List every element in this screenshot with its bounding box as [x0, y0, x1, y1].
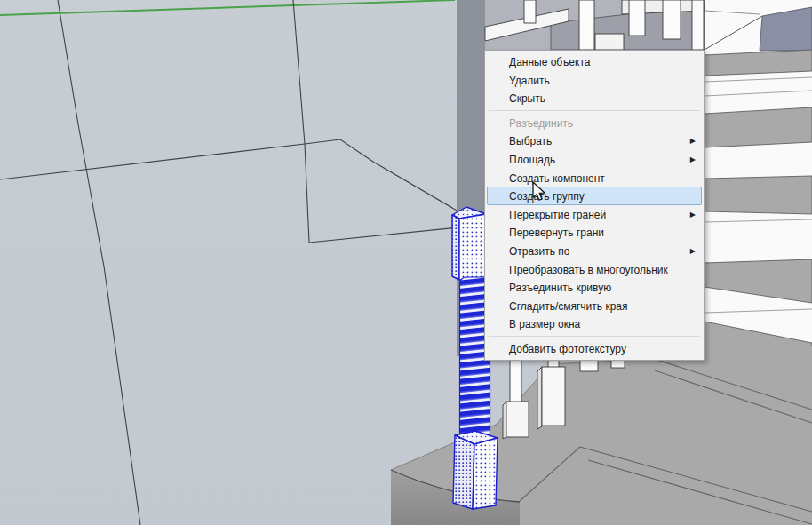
submenu-arrow-icon: ▶ — [690, 243, 696, 261]
selected-baluster-bottom-block — [453, 431, 498, 509]
submenu-arrow-icon: ▶ — [690, 132, 696, 151]
menu-item-make-group[interactable]: Создать группу — [487, 187, 702, 205]
menu-item-convert-to-polygon[interactable]: Преобразовать в многоугольник — [487, 260, 702, 279]
menu-item-hide[interactable]: Скрыть — [487, 89, 702, 107]
sketchup-viewport: { "app": { "viewport_description": "3D m… — [0, 0, 812, 525]
menu-item-object-data[interactable]: Данные объекта — [487, 52, 702, 71]
menu-item-flip-along[interactable]: Отразить по▶ — [487, 242, 702, 260]
stair-structure-top — [485, 0, 705, 50]
menu-item-add-photo-texture[interactable]: Добавить фототекстуру — [487, 339, 702, 358]
menu-item-area[interactable]: Площадь▶ — [487, 150, 702, 169]
menu-item-soften-smooth-edges[interactable]: Сгладить/смягчить края — [487, 297, 702, 315]
menu-item-explode-curve[interactable]: Разъединить кривую — [487, 278, 702, 297]
submenu-arrow-icon: ▶ — [690, 151, 696, 170]
menu-item-explode: Разъединить — [487, 114, 702, 132]
selected-baluster-top-block — [452, 207, 486, 280]
menu-item-intersect-faces[interactable]: Перекрытие граней▶ — [487, 205, 702, 224]
menu-item-select[interactable]: Выбрать▶ — [487, 131, 702, 150]
menu-item-zoom-extents[interactable]: В размер окна — [487, 314, 702, 333]
menu-item-reverse-faces[interactable]: Перевернуть грани — [487, 223, 702, 242]
context-menu: Данные объектаУдалитьСкрытьРазъединитьВы… — [484, 50, 705, 361]
submenu-arrow-icon: ▶ — [690, 206, 696, 225]
menu-separator — [489, 336, 700, 337]
menu-item-make-component[interactable]: Создать компонент — [487, 169, 702, 187]
menu-separator — [489, 110, 700, 111]
menu-item-delete[interactable]: Удалить — [487, 71, 702, 90]
